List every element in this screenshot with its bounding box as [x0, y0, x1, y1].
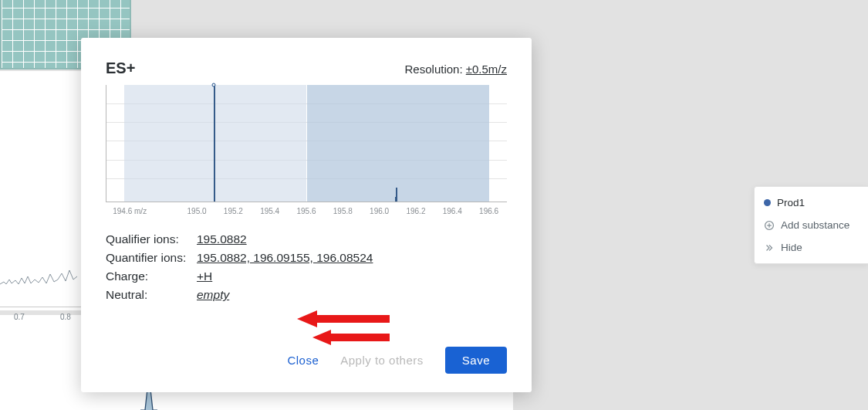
plus-circle-icon [764, 220, 775, 231]
substances-panel: Prod1 Add substance Hide [754, 186, 868, 264]
resolution-field[interactable]: Resolution: ±0.5m/z [405, 63, 507, 76]
modal-title: ES+ [106, 59, 135, 77]
ion-info: Qualifier ions: 195.0882 Quantifier ions… [106, 230, 507, 304]
add-substance-label: Add substance [781, 219, 849, 231]
apply-to-others-button[interactable]: Apply to others [340, 354, 424, 367]
resolution-value[interactable]: ±0.5m/z [466, 63, 507, 76]
spectrum-marker [211, 83, 215, 87]
add-substance-button[interactable]: Add substance [755, 214, 868, 236]
hide-label: Hide [781, 242, 802, 253]
neutral-value[interactable]: empty [197, 286, 229, 304]
substance-item-prod1[interactable]: Prod1 [755, 191, 868, 214]
annotation-arrow-charge [297, 310, 390, 328]
ion-settings-modal: ES+ Resolution: ±0.5m/z 194.6 m/z 195.0 … [81, 38, 532, 392]
spectrum-xaxis: 194.6 m/z 195.0 195.2 195.4 195.6 195.8 … [106, 207, 507, 221]
hide-panel-button[interactable]: Hide [755, 236, 868, 259]
qualifier-label: Qualifier ions: [106, 230, 197, 249]
close-button[interactable]: Close [287, 354, 319, 367]
save-button[interactable]: Save [445, 347, 507, 374]
quantifier-label: Quantifier ions: [106, 249, 197, 267]
neutral-label: Neutral: [106, 286, 197, 304]
chevrons-right-icon [764, 242, 775, 253]
spectrum-stick [395, 197, 397, 202]
dot-icon [764, 199, 771, 206]
svg-marker-1 [297, 310, 390, 327]
spectrum-chart[interactable] [106, 85, 507, 202]
quantifier-ions-value[interactable]: 195.0882, 196.09155, 196.08524 [197, 249, 373, 267]
qualifier-ions-value[interactable]: 195.0882 [197, 230, 247, 249]
substance-label: Prod1 [777, 197, 805, 208]
charge-value[interactable]: +H [197, 267, 212, 286]
resolution-label: Resolution: [405, 63, 466, 76]
charge-label: Charge: [106, 267, 197, 286]
spectrum-stick [214, 85, 215, 202]
